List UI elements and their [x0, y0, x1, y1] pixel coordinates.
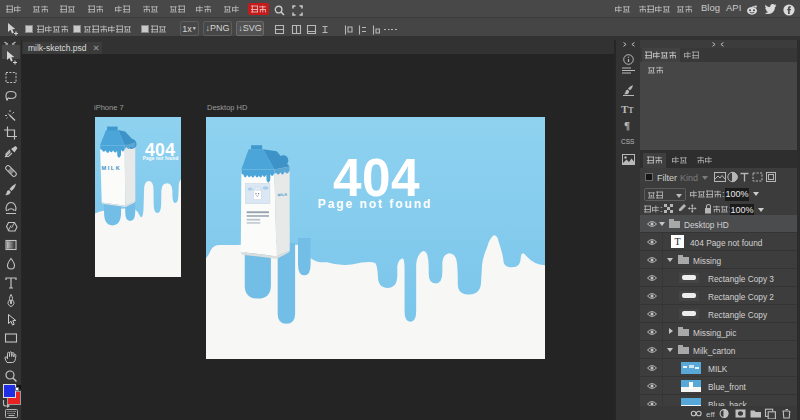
svg-text:MILK: MILK: [101, 165, 121, 171]
svg-text:Page not found: Page not found: [142, 156, 178, 161]
svg-text:eff: eff: [706, 410, 716, 419]
svg-text:Page not found: Page not found: [317, 196, 431, 210]
svg-text:MILK: MILK: [277, 193, 287, 198]
